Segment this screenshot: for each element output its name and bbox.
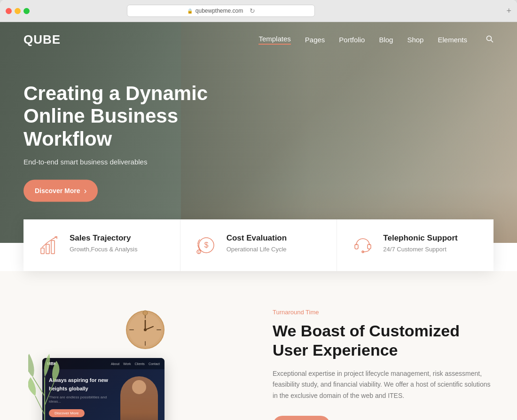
plant-decoration (28, 349, 61, 420)
svg-rect-2 (41, 248, 44, 254)
navigation: QUBE Templates Pages Portfolio Blog Shop… (0, 22, 517, 57)
nav-portfolio[interactable]: Portfolio (339, 36, 365, 44)
bottom-cta-button[interactable]: Learn More (273, 416, 330, 420)
minimize-button[interactable] (15, 8, 21, 14)
feature-text-sales: Sales Trajectory Growth,Focus & Analysis (70, 233, 138, 253)
new-tab-button[interactable]: + (506, 7, 511, 15)
feature-card-cost: $ $ Cost Evaluation Operational Life Cyc… (180, 219, 337, 271)
close-button[interactable] (6, 8, 12, 14)
clock-icon (124, 309, 166, 351)
svg-text:$: $ (204, 241, 208, 249)
hero-section: QUBE Templates Pages Portfolio Blog Shop… (0, 22, 517, 243)
feature-title-cost: Cost Evaluation (227, 233, 287, 243)
cta-arrow: › (84, 186, 86, 195)
nav-shop[interactable]: Shop (407, 36, 423, 44)
browser-window: 🔒 qubewptheme.com ↻ + QUBE Templates (0, 0, 517, 420)
nav-links: Templates Pages Portfolio Blog Shop Elem… (258, 35, 494, 45)
search-icon[interactable] (486, 35, 494, 45)
cost-icon: $ $ (195, 233, 218, 257)
screenshot-nav-about: About (111, 362, 119, 366)
screenshot-nav-contact: Contact (149, 362, 160, 366)
svg-line-1 (491, 40, 493, 42)
hero-title: Creating a Dynamic Online Business Workf… (24, 82, 221, 150)
bottom-title: We Boast of Customized User Experience (273, 321, 494, 360)
turnaround-label: Turnaround Time (273, 309, 494, 316)
svg-line-14 (45, 382, 54, 405)
feature-title-telephonic: Telephonic Support (383, 233, 457, 243)
site-logo[interactable]: QUBE (24, 32, 61, 47)
website-content: QUBE Templates Pages Portfolio Blog Shop… (0, 22, 517, 420)
nav-blog[interactable]: Blog (379, 36, 393, 44)
svg-rect-26 (143, 311, 148, 315)
svg-text:$: $ (198, 250, 200, 254)
traffic-lights (6, 8, 30, 14)
headset-icon (351, 233, 375, 257)
nav-templates[interactable]: Templates (258, 35, 290, 45)
feature-text-cost: Cost Evaluation Operational Life Cycle (227, 233, 287, 253)
feature-title-sales: Sales Trajectory (70, 233, 138, 243)
nav-elements[interactable]: Elements (438, 36, 467, 44)
feature-desc-cost: Operational Life Cycle (227, 246, 287, 253)
address-bar[interactable]: 🔒 qubewptheme.com ↻ (127, 5, 315, 17)
feature-card-telephonic: Telephonic Support 24/7 Customer Support (337, 219, 494, 271)
screenshot-nav-work: Work (123, 362, 131, 366)
feature-cards: Sales Trajectory Growth,Focus & Analysis… (24, 219, 494, 271)
bottom-right-content: Turnaround Time We Boast of Customized U… (273, 304, 494, 420)
svg-rect-4 (51, 241, 55, 254)
cta-label: Discover More (35, 187, 80, 194)
clock-decoration (124, 309, 166, 353)
bottom-section: MBK About Work Clients Contact Alway (0, 271, 517, 420)
url-text: qubewptheme.com (196, 8, 243, 14)
screenshot-navlinks: About Work Clients Contact (111, 362, 160, 366)
bottom-description: Exceptional expertise in project lifecyc… (273, 368, 494, 402)
maximize-button[interactable] (24, 8, 30, 14)
nav-pages[interactable]: Pages (305, 36, 325, 44)
svg-rect-3 (46, 244, 49, 254)
hero-subtitle: End-to-end smart business deliverables (24, 157, 221, 165)
svg-line-13 (35, 396, 45, 415)
feature-desc-telephonic: 24/7 Customer Support (383, 246, 457, 253)
svg-point-25 (144, 328, 147, 331)
bottom-left-decoration: MBK About Work Clients Contact Alway (24, 304, 244, 420)
discover-more-button[interactable]: Discover More › (24, 179, 98, 202)
screenshot-nav-clients: Clients (134, 362, 144, 366)
browser-chrome: 🔒 qubewptheme.com ↻ + (0, 0, 517, 22)
chart-icon (38, 233, 61, 257)
lock-icon: 🔒 (187, 8, 193, 14)
hero-content: Creating a Dynamic Online Business Workf… (24, 82, 221, 202)
feature-text-telephonic: Telephonic Support 24/7 Customer Support (383, 233, 457, 253)
feature-card-sales: Sales Trajectory Growth,Focus & Analysis (24, 219, 180, 271)
feature-desc-sales: Growth,Focus & Analysis (70, 246, 138, 253)
refresh-button[interactable]: ↻ (250, 7, 255, 15)
